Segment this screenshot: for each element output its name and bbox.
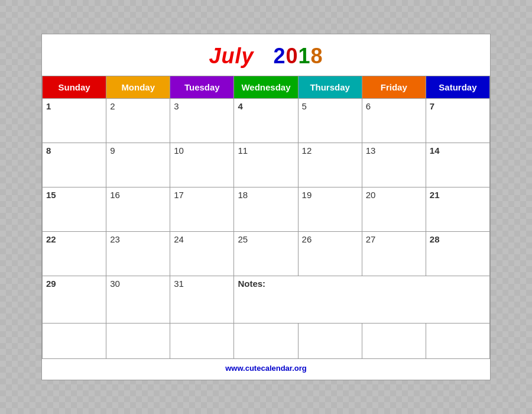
extra-cell-7	[426, 324, 489, 359]
day-15: 15	[43, 187, 106, 232]
day-29: 29	[43, 276, 106, 324]
day-12: 12	[298, 143, 362, 187]
day-30: 30	[106, 276, 170, 324]
year-label: 2018	[273, 44, 323, 68]
calendar-grid: Sunday Monday Tuesday Wednesday Thursday…	[42, 76, 490, 359]
day-5: 5	[298, 99, 362, 143]
week-row-2: 8 9 10 11 12 13 14	[43, 143, 490, 187]
day-8: 8	[43, 143, 106, 187]
day-14: 14	[426, 143, 489, 187]
day-2: 2	[106, 99, 170, 143]
notes-cell: Notes:	[234, 276, 490, 324]
website-footer: www.cutecalendar.org	[42, 359, 490, 375]
calendar-container: July 2018 Sunday Monday Tuesday Wednesda…	[41, 34, 491, 380]
day-10: 10	[170, 143, 234, 187]
day-13: 13	[362, 143, 426, 187]
day-1: 1	[43, 99, 106, 143]
calendar-title: July 2018	[42, 34, 490, 76]
day-19: 19	[298, 187, 362, 232]
day-25: 25	[234, 232, 298, 276]
day-31: 31	[170, 276, 234, 324]
day-9: 9	[106, 143, 170, 187]
header-thursday: Thursday	[298, 76, 362, 99]
week-row-1: 1 2 3 4 5 6 7	[43, 99, 490, 143]
day-28: 28	[426, 232, 489, 276]
day-27: 27	[362, 232, 426, 276]
extra-cell-6	[362, 324, 426, 359]
day-18: 18	[234, 187, 298, 232]
header-saturday: Saturday	[426, 76, 489, 99]
day-26: 26	[298, 232, 362, 276]
week-row-4: 22 23 24 25 26 27 28	[43, 232, 490, 276]
day-21: 21	[426, 187, 489, 232]
extra-cell-2	[106, 324, 170, 359]
extra-cell-1	[43, 324, 106, 359]
day-23: 23	[106, 232, 170, 276]
header-sunday: Sunday	[43, 76, 106, 99]
extra-cell-4	[234, 324, 298, 359]
month-label: July	[209, 44, 254, 68]
day-4: 4	[234, 99, 298, 143]
day-16: 16	[106, 187, 170, 232]
day-6: 6	[362, 99, 426, 143]
day-20: 20	[362, 187, 426, 232]
header-tuesday: Tuesday	[170, 76, 234, 99]
day-17: 17	[170, 187, 234, 232]
extra-cell-5	[298, 324, 362, 359]
header-wednesday: Wednesday	[234, 76, 298, 99]
day-22: 22	[43, 232, 106, 276]
day-11: 11	[234, 143, 298, 187]
day-3: 3	[170, 99, 234, 143]
header-friday: Friday	[362, 76, 426, 99]
extra-row	[43, 324, 490, 359]
extra-cell-3	[170, 324, 234, 359]
day-24: 24	[170, 232, 234, 276]
week-row-3: 15 16 17 18 19 20 21	[43, 187, 490, 232]
week-row-5: 29 30 31 Notes:	[43, 276, 490, 324]
header-monday: Monday	[106, 76, 170, 99]
header-row: Sunday Monday Tuesday Wednesday Thursday…	[43, 76, 490, 99]
day-7: 7	[426, 99, 489, 143]
